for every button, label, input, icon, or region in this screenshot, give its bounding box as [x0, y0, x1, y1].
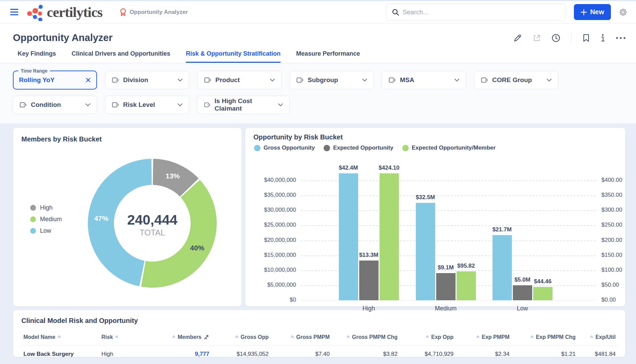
- edit-pencil-icon[interactable]: [514, 34, 522, 42]
- history-clock-icon[interactable]: [552, 34, 560, 42]
- legend-item-expected-opportunity-member[interactable]: Expected Opportunity/Member: [402, 145, 496, 151]
- tab-clinical-drivers[interactable]: Clinical Drivers and Opportunities: [72, 50, 170, 63]
- cell-members[interactable]: 9,777: [149, 345, 211, 358]
- column-header-exp-pmpm[interactable]: ^Exp PMPM: [456, 330, 512, 345]
- info-icon[interactable]: [601, 34, 605, 42]
- donut-chart: 13%40%47%240,444TOTAL: [86, 157, 218, 291]
- column-header-exp-pmpm-chg[interactable]: ^Exp PMPM Chg: [512, 330, 578, 345]
- bookmark-icon[interactable]: [582, 34, 590, 42]
- cell-exp-pmpm-chg: $1.21: [512, 345, 578, 358]
- right-axis-tick: $150.00: [601, 252, 622, 258]
- column-header-risk[interactable]: Risk^: [99, 330, 149, 345]
- tag-icon: [112, 77, 119, 83]
- filter-condition[interactable]: Condition: [13, 96, 97, 114]
- filter-core-group[interactable]: CORE Group: [474, 71, 558, 89]
- filter-label: CORE Group: [492, 76, 532, 84]
- tag-icon: [204, 77, 211, 83]
- sort-caret-icon[interactable]: ^: [115, 334, 118, 340]
- cell-gross-pmpm: $7.40: [271, 345, 332, 358]
- tag-icon: [112, 102, 119, 108]
- column-header-model-name[interactable]: Model Name^: [21, 330, 99, 345]
- bar-high-1[interactable]: [359, 261, 379, 300]
- header-row: Model Name^Risk^^Members^Gross Opp^Gross…: [21, 330, 618, 345]
- table-title: Clinical Model Risk and Opportunity: [21, 317, 617, 325]
- tab-risk-opportunity-stratification[interactable]: Risk & Opportunity Stratification: [186, 50, 281, 63]
- column-label: Model Name: [23, 334, 55, 340]
- cell-risk: High: [99, 345, 149, 358]
- bar-high-0[interactable]: [339, 173, 358, 300]
- more-ellipsis-icon[interactable]: [616, 37, 626, 39]
- filter-label: Subgroup: [308, 76, 338, 84]
- column-label: Gross PMPM Chg: [352, 334, 398, 340]
- legend-dot: [30, 205, 36, 211]
- donut-percent-label: 47%: [94, 214, 109, 222]
- breadcrumb[interactable]: Opportunity Analyzer: [119, 8, 188, 16]
- column-header-exp-opp[interactable]: ^Exp Opp: [400, 330, 456, 345]
- filter-is-high-cost-claimant[interactable]: Is High Cost Claimant: [197, 96, 290, 114]
- sort-caret-icon[interactable]: ^: [235, 334, 238, 340]
- filter-subgroup[interactable]: Subgroup: [290, 71, 374, 89]
- legend-item-high[interactable]: High: [30, 204, 62, 211]
- filter-product[interactable]: Product: [197, 71, 282, 89]
- sort-caret-icon[interactable]: ^: [476, 334, 479, 340]
- legend-item-expected-opportunity[interactable]: Expected Opportunity: [324, 145, 393, 151]
- tab-key-findings[interactable]: Key Findings: [18, 50, 56, 63]
- column-label: Exp PMPM: [482, 334, 509, 340]
- search-input[interactable]: [403, 8, 560, 16]
- open-external-icon[interactable]: [533, 34, 541, 42]
- menu-icon[interactable]: [10, 9, 18, 15]
- bar-medium-1[interactable]: [436, 273, 456, 300]
- tag-icon: [296, 77, 304, 83]
- sort-caret-icon[interactable]: ^: [291, 334, 294, 340]
- filter-division[interactable]: Division: [105, 71, 189, 89]
- sort-caret-icon[interactable]: ^: [347, 334, 350, 340]
- column-label: Exp Opp: [431, 334, 454, 340]
- donut-card-title: Members by Risk Bucket: [21, 135, 233, 143]
- column-header-members[interactable]: ^Members: [149, 330, 211, 345]
- filter-risk-level[interactable]: Risk Level: [105, 96, 189, 114]
- bar-low-2[interactable]: [533, 287, 553, 300]
- legend-item-low[interactable]: Low: [30, 227, 62, 234]
- time-range-filter[interactable]: Time Range Rolling YoY: [13, 71, 97, 90]
- column-header-exp-util[interactable]: ^Exp/Util: [578, 330, 618, 345]
- chevron-down-icon: [177, 103, 183, 107]
- column-header-gross-opp[interactable]: ^Gross Opp: [211, 330, 271, 345]
- column-header-gross-pmpm-chg[interactable]: ^Gross PMPM Chg: [332, 330, 400, 345]
- actions-divider: [571, 33, 572, 43]
- bar-low-0[interactable]: [493, 235, 512, 300]
- legend-item-gross-opportunity[interactable]: Gross Opportunity: [254, 145, 315, 151]
- settings-gear-icon[interactable]: [618, 7, 628, 17]
- right-axis-tick: $400.00: [601, 177, 622, 184]
- column-header-gross-pmpm[interactable]: ^Gross PMPM: [271, 330, 332, 345]
- sorted-arrow-icon: [204, 334, 209, 340]
- time-range-value: Rolling YoY: [19, 76, 55, 84]
- page-header: Opportunity Analyzer: [0, 23, 636, 45]
- right-axis-tick: $350.00: [601, 192, 622, 198]
- bar-value-label: $32.5M: [416, 194, 435, 201]
- bar-medium-2[interactable]: [457, 271, 476, 300]
- page-actions: [514, 33, 626, 43]
- sort-caret-icon[interactable]: ^: [426, 334, 429, 340]
- bar-value-label: $9.1M: [438, 264, 454, 271]
- filter-label: Condition: [31, 101, 61, 109]
- filter-msa[interactable]: MSA: [382, 71, 466, 89]
- sort-caret-icon[interactable]: ^: [58, 334, 61, 340]
- tag-icon: [204, 102, 211, 108]
- right-axis-tick: $0.00: [601, 296, 616, 303]
- sort-caret-icon[interactable]: ^: [172, 334, 175, 340]
- left-axis-tick: $40,000,000: [253, 177, 296, 184]
- left-axis-tick: $25,000,000: [253, 222, 296, 228]
- cell-gross-pmpm-chg: $3.82: [332, 345, 400, 358]
- left-axis-tick: $5,000,000: [253, 282, 296, 288]
- bar-high-2[interactable]: [380, 173, 399, 300]
- bar-low-1[interactable]: [513, 285, 532, 300]
- new-button[interactable]: New: [574, 4, 611, 20]
- bar-medium-0[interactable]: [416, 203, 435, 300]
- clear-time-range-icon[interactable]: [85, 77, 91, 83]
- tab-measure-performance[interactable]: Measure Performance: [296, 50, 360, 63]
- brand-logo[interactable]: certilytics: [26, 3, 102, 21]
- sort-caret-icon[interactable]: ^: [590, 334, 593, 340]
- opportunity-by-risk-bucket-card: Opportunity by Risk Bucket Gross Opportu…: [245, 128, 625, 307]
- sort-caret-icon[interactable]: ^: [531, 334, 534, 340]
- legend-item-medium[interactable]: Medium: [30, 216, 62, 223]
